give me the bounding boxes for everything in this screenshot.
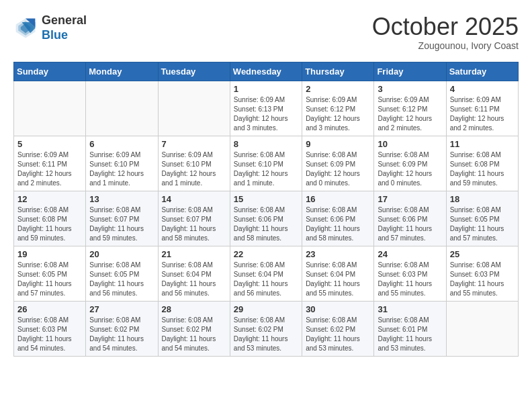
calendar-cell: 16Sunrise: 6:08 AM Sunset: 6:06 PM Dayli… bbox=[302, 191, 374, 246]
day-number: 15 bbox=[234, 194, 298, 204]
day-info: Sunrise: 6:08 AM Sunset: 6:06 PM Dayligh… bbox=[306, 205, 370, 243]
day-info: Sunrise: 6:08 AM Sunset: 6:02 PM Dayligh… bbox=[234, 316, 298, 353]
day-info: Sunrise: 6:08 AM Sunset: 6:04 PM Dayligh… bbox=[234, 261, 298, 298]
day-number: 11 bbox=[450, 139, 515, 149]
day-info: Sunrise: 6:08 AM Sunset: 6:07 PM Dayligh… bbox=[89, 205, 154, 243]
day-info: Sunrise: 6:09 AM Sunset: 6:12 PM Dayligh… bbox=[306, 95, 370, 133]
day-info: Sunrise: 6:08 AM Sunset: 6:04 PM Dayligh… bbox=[306, 261, 370, 298]
day-info: Sunrise: 6:09 AM Sunset: 6:10 PM Dayligh… bbox=[162, 150, 226, 188]
calendar-cell: 22Sunrise: 6:08 AM Sunset: 6:04 PM Dayli… bbox=[230, 246, 302, 301]
day-info: Sunrise: 6:08 AM Sunset: 6:08 PM Dayligh… bbox=[450, 150, 515, 188]
logo: General Blue bbox=[13, 13, 87, 42]
day-info: Sunrise: 6:08 AM Sunset: 6:04 PM Dayligh… bbox=[162, 261, 226, 298]
calendar-cell: 9Sunrise: 6:08 AM Sunset: 6:09 PM Daylig… bbox=[302, 136, 374, 191]
day-info: Sunrise: 6:08 AM Sunset: 6:05 PM Dayligh… bbox=[450, 205, 515, 243]
logo-icon bbox=[13, 16, 38, 40]
calendar-cell: 31Sunrise: 6:08 AM Sunset: 6:01 PM Dayli… bbox=[374, 301, 446, 356]
calendar-cell: 4Sunrise: 6:09 AM Sunset: 6:11 PM Daylig… bbox=[446, 81, 518, 136]
day-info: Sunrise: 6:09 AM Sunset: 6:11 PM Dayligh… bbox=[450, 95, 515, 133]
weekday-header-tuesday: Tuesday bbox=[158, 62, 230, 81]
calendar-cell bbox=[446, 301, 518, 356]
day-info: Sunrise: 6:08 AM Sunset: 6:07 PM Dayligh… bbox=[162, 205, 226, 243]
day-info: Sunrise: 6:08 AM Sunset: 6:02 PM Dayligh… bbox=[89, 316, 154, 353]
day-number: 14 bbox=[162, 194, 226, 204]
day-info: Sunrise: 6:09 AM Sunset: 6:13 PM Dayligh… bbox=[234, 95, 298, 133]
day-info: Sunrise: 6:09 AM Sunset: 6:12 PM Dayligh… bbox=[378, 95, 442, 133]
day-number: 23 bbox=[306, 249, 370, 259]
day-info: Sunrise: 6:08 AM Sunset: 6:06 PM Dayligh… bbox=[378, 205, 442, 243]
weekday-header-row: SundayMondayTuesdayWednesdayThursdayFrid… bbox=[14, 62, 519, 81]
week-row-4: 19Sunrise: 6:08 AM Sunset: 6:05 PM Dayli… bbox=[14, 246, 519, 301]
day-number: 19 bbox=[17, 249, 82, 259]
calendar-cell bbox=[86, 81, 158, 136]
calendar-table: SundayMondayTuesdayWednesdayThursdayFrid… bbox=[13, 62, 519, 357]
weekday-header-thursday: Thursday bbox=[302, 62, 374, 81]
day-info: Sunrise: 6:09 AM Sunset: 6:10 PM Dayligh… bbox=[89, 150, 154, 188]
calendar-cell: 27Sunrise: 6:08 AM Sunset: 6:02 PM Dayli… bbox=[86, 301, 158, 356]
calendar-cell: 30Sunrise: 6:08 AM Sunset: 6:02 PM Dayli… bbox=[302, 301, 374, 356]
calendar-cell: 8Sunrise: 6:08 AM Sunset: 6:10 PM Daylig… bbox=[230, 136, 302, 191]
calendar-cell: 29Sunrise: 6:08 AM Sunset: 6:02 PM Dayli… bbox=[230, 301, 302, 356]
weekday-header-friday: Friday bbox=[374, 62, 446, 81]
calendar-cell: 26Sunrise: 6:08 AM Sunset: 6:03 PM Dayli… bbox=[14, 301, 86, 356]
day-info: Sunrise: 6:08 AM Sunset: 6:10 PM Dayligh… bbox=[234, 150, 298, 188]
day-info: Sunrise: 6:08 AM Sunset: 6:03 PM Dayligh… bbox=[378, 261, 442, 298]
calendar-cell: 23Sunrise: 6:08 AM Sunset: 6:04 PM Dayli… bbox=[302, 246, 374, 301]
calendar-cell: 17Sunrise: 6:08 AM Sunset: 6:06 PM Dayli… bbox=[374, 191, 446, 246]
calendar-cell bbox=[14, 81, 86, 136]
day-number: 10 bbox=[378, 139, 442, 149]
location-subtitle: Zougounou, Ivory Coast bbox=[372, 40, 519, 51]
day-info: Sunrise: 6:09 AM Sunset: 6:11 PM Dayligh… bbox=[17, 150, 82, 188]
day-number: 24 bbox=[378, 249, 442, 259]
calendar-cell: 20Sunrise: 6:08 AM Sunset: 6:05 PM Dayli… bbox=[86, 246, 158, 301]
month-title: October 2025 bbox=[372, 13, 519, 40]
calendar-cell bbox=[158, 81, 230, 136]
calendar-cell: 21Sunrise: 6:08 AM Sunset: 6:04 PM Dayli… bbox=[158, 246, 230, 301]
day-number: 18 bbox=[450, 194, 515, 204]
day-number: 25 bbox=[450, 249, 515, 259]
day-number: 30 bbox=[306, 304, 370, 314]
day-number: 9 bbox=[306, 139, 370, 149]
day-info: Sunrise: 6:08 AM Sunset: 6:01 PM Dayligh… bbox=[378, 316, 442, 353]
calendar-cell: 2Sunrise: 6:09 AM Sunset: 6:12 PM Daylig… bbox=[302, 81, 374, 136]
day-number: 6 bbox=[89, 139, 154, 149]
day-info: Sunrise: 6:08 AM Sunset: 6:08 PM Dayligh… bbox=[17, 205, 82, 243]
day-info: Sunrise: 6:08 AM Sunset: 6:02 PM Dayligh… bbox=[306, 316, 370, 353]
day-number: 5 bbox=[17, 139, 82, 149]
calendar-cell: 10Sunrise: 6:08 AM Sunset: 6:09 PM Dayli… bbox=[374, 136, 446, 191]
day-number: 27 bbox=[89, 304, 154, 314]
calendar-cell: 24Sunrise: 6:08 AM Sunset: 6:03 PM Dayli… bbox=[374, 246, 446, 301]
calendar-cell: 25Sunrise: 6:08 AM Sunset: 6:03 PM Dayli… bbox=[446, 246, 518, 301]
page-header: General Blue October 2025 Zougounou, Ivo… bbox=[13, 13, 519, 51]
day-number: 29 bbox=[234, 304, 298, 314]
day-number: 13 bbox=[89, 194, 154, 204]
day-number: 31 bbox=[378, 304, 442, 314]
calendar-cell: 6Sunrise: 6:09 AM Sunset: 6:10 PM Daylig… bbox=[86, 136, 158, 191]
day-info: Sunrise: 6:08 AM Sunset: 6:06 PM Dayligh… bbox=[234, 205, 298, 243]
calendar-cell: 1Sunrise: 6:09 AM Sunset: 6:13 PM Daylig… bbox=[230, 81, 302, 136]
day-info: Sunrise: 6:08 AM Sunset: 6:09 PM Dayligh… bbox=[306, 150, 370, 188]
day-number: 8 bbox=[234, 139, 298, 149]
weekday-header-sunday: Sunday bbox=[14, 62, 86, 81]
day-number: 1 bbox=[234, 84, 298, 94]
week-row-1: 1Sunrise: 6:09 AM Sunset: 6:13 PM Daylig… bbox=[14, 81, 519, 136]
week-row-3: 12Sunrise: 6:08 AM Sunset: 6:08 PM Dayli… bbox=[14, 191, 519, 246]
day-info: Sunrise: 6:08 AM Sunset: 6:05 PM Dayligh… bbox=[17, 261, 82, 298]
day-number: 21 bbox=[162, 249, 226, 259]
week-row-5: 26Sunrise: 6:08 AM Sunset: 6:03 PM Dayli… bbox=[14, 301, 519, 356]
calendar-cell: 18Sunrise: 6:08 AM Sunset: 6:05 PM Dayli… bbox=[446, 191, 518, 246]
day-number: 7 bbox=[162, 139, 226, 149]
weekday-header-saturday: Saturday bbox=[446, 62, 518, 81]
day-info: Sunrise: 6:08 AM Sunset: 6:02 PM Dayligh… bbox=[162, 316, 226, 353]
day-number: 22 bbox=[234, 249, 298, 259]
calendar-cell: 15Sunrise: 6:08 AM Sunset: 6:06 PM Dayli… bbox=[230, 191, 302, 246]
week-row-2: 5Sunrise: 6:09 AM Sunset: 6:11 PM Daylig… bbox=[14, 136, 519, 191]
day-info: Sunrise: 6:08 AM Sunset: 6:05 PM Dayligh… bbox=[89, 261, 154, 298]
weekday-header-wednesday: Wednesday bbox=[230, 62, 302, 81]
day-number: 16 bbox=[306, 194, 370, 204]
logo-text: General Blue bbox=[42, 13, 87, 42]
day-number: 28 bbox=[162, 304, 226, 314]
calendar-cell: 7Sunrise: 6:09 AM Sunset: 6:10 PM Daylig… bbox=[158, 136, 230, 191]
day-number: 3 bbox=[378, 84, 442, 94]
calendar-cell: 14Sunrise: 6:08 AM Sunset: 6:07 PM Dayli… bbox=[158, 191, 230, 246]
